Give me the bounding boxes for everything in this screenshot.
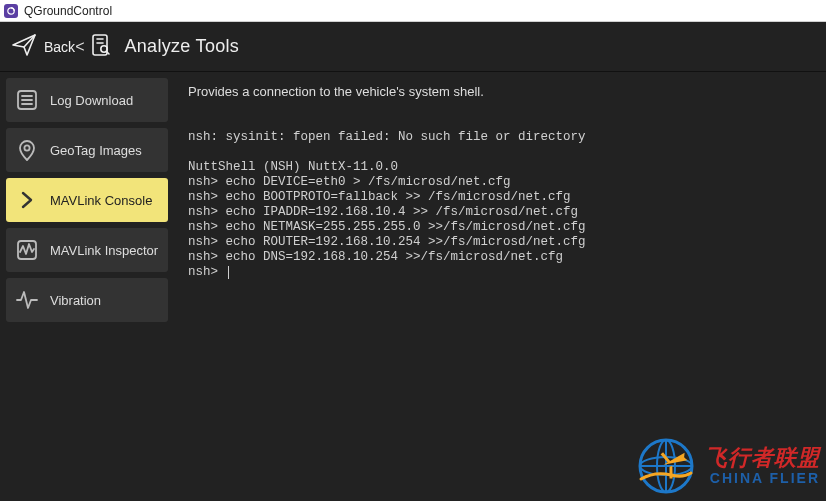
sidebar-item-label: MAVLink Inspector [50, 243, 158, 258]
console-output[interactable]: nsh: sysinit: fopen failed: No such file… [188, 115, 812, 491]
sidebar-item-label: GeoTag Images [50, 143, 142, 158]
console-input-line[interactable]: nsh> [188, 265, 812, 280]
text-cursor [228, 266, 229, 279]
pin-icon [14, 137, 40, 163]
sidebar-item-log-download[interactable]: Log Download [6, 78, 168, 122]
sidebar-item-vibration[interactable]: Vibration [6, 278, 168, 322]
console-prompt: nsh> [188, 265, 226, 280]
sidebar: Log Download GeoTag Images MAVLink [0, 72, 174, 501]
back-label: Back [44, 39, 75, 55]
panel-description: Provides a connection to the vehicle's s… [188, 84, 812, 99]
pulse-icon [14, 287, 40, 313]
breadcrumb-separator: < [75, 38, 84, 56]
sidebar-item-label: MAVLink Console [50, 193, 152, 208]
chevron-right-icon [14, 187, 40, 213]
main-panel: Provides a connection to the vehicle's s… [174, 72, 826, 501]
console-line: nsh> echo DEVICE=eth0 > /fs/microsd/net.… [188, 175, 511, 189]
paper-plane-icon [10, 31, 38, 63]
console-line: nsh> echo DNS=192.168.10.254 >>/fs/micro… [188, 250, 563, 264]
waveform-box-icon [14, 237, 40, 263]
back-button[interactable]: Back [10, 31, 75, 63]
console-line: nsh> echo ROUTER=192.168.10.254 >>/fs/mi… [188, 235, 586, 249]
window-title: QGroundControl [24, 4, 112, 18]
sidebar-item-mavlink-console[interactable]: MAVLink Console [6, 178, 168, 222]
svg-rect-0 [4, 4, 18, 18]
sidebar-item-label: Vibration [50, 293, 101, 308]
analyze-tools-icon [88, 32, 114, 62]
page-header: Back < Analyze Tools [0, 22, 826, 72]
page-title: Analyze Tools [124, 36, 239, 57]
console-line: nsh> echo IPADDR=192.168.10.4 >> /fs/mic… [188, 205, 578, 219]
console-line: NuttShell (NSH) NuttX-11.0.0 [188, 160, 398, 174]
console-line: nsh> echo NETMASK=255.255.255.0 >>/fs/mi… [188, 220, 586, 234]
sidebar-item-geotag[interactable]: GeoTag Images [6, 128, 168, 172]
sidebar-item-mavlink-inspector[interactable]: MAVLink Inspector [6, 228, 168, 272]
svg-point-7 [24, 145, 29, 150]
sidebar-item-label: Log Download [50, 93, 133, 108]
console-line: nsh: sysinit: fopen failed: No such file… [188, 130, 586, 144]
window-titlebar: QGroundControl [0, 0, 826, 22]
app-icon [4, 4, 18, 18]
list-lines-icon [14, 87, 40, 113]
console-line: nsh> echo BOOTPROTO=fallback >> /fs/micr… [188, 190, 571, 204]
